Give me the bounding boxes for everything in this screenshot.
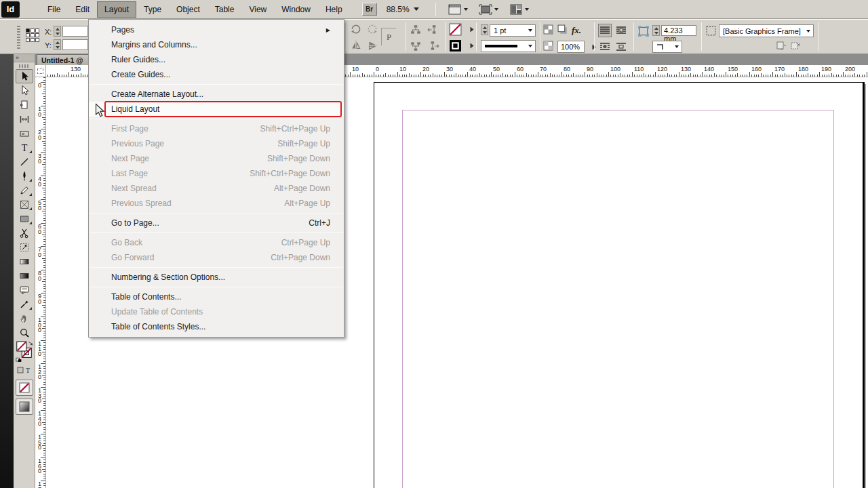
- ruler-tick: [43, 384, 45, 385]
- gradient-feather-tool[interactable]: [16, 268, 33, 283]
- ruler-label: 160: [751, 66, 762, 73]
- flow-left-icon[interactable]: [427, 24, 439, 36]
- chevron-down-icon: [806, 30, 810, 33]
- corner-radius-field[interactable]: 4.233 mm: [661, 25, 696, 36]
- apply-gradient-button[interactable]: [14, 399, 35, 415]
- fill-stroke-swatches[interactable]: [14, 340, 35, 365]
- effects-fx-button[interactable]: fx.: [572, 25, 581, 36]
- stroke-weight-combo[interactable]: 1 pt: [490, 24, 536, 37]
- rotate-cw-icon[interactable]: [350, 23, 362, 35]
- menu-item-table-of-contents[interactable]: Table of Contents...: [89, 289, 344, 304]
- flip-horizontal-icon[interactable]: [350, 39, 362, 52]
- screen-mode-button[interactable]: [479, 3, 498, 16]
- ruler-tick: [554, 75, 555, 77]
- menu-help[interactable]: Help: [318, 1, 350, 18]
- corner-shape-combo[interactable]: [652, 41, 682, 53]
- menu-layout[interactable]: Layout: [97, 1, 136, 18]
- zoom-tool[interactable]: [16, 325, 33, 340]
- menu-edit[interactable]: Edit: [68, 1, 97, 18]
- collapse-panel-button[interactable]: »: [14, 54, 35, 62]
- opacity-checker-icon[interactable]: [543, 41, 553, 51]
- chevron-right-icon[interactable]: [471, 43, 474, 49]
- line-tool[interactable]: [16, 155, 33, 169]
- view-options-button[interactable]: [448, 3, 468, 16]
- jump-object-button[interactable]: [614, 40, 628, 54]
- flow-up-icon[interactable]: [410, 24, 422, 36]
- arrange-documents-button[interactable]: [509, 3, 529, 16]
- hand-tool[interactable]: [16, 311, 33, 325]
- menu-file[interactable]: File: [40, 1, 68, 18]
- y-field[interactable]: [62, 39, 88, 50]
- corner-stepper[interactable]: [652, 25, 660, 36]
- pen-tool[interactable]: [16, 169, 33, 183]
- menu-object[interactable]: Object: [169, 1, 208, 18]
- wrap-around-object-shape-button[interactable]: [598, 40, 612, 54]
- fill-swatch-black[interactable]: [449, 39, 462, 52]
- note-tool[interactable]: [16, 283, 33, 297]
- gradient-swatch-tool[interactable]: [16, 254, 33, 268]
- chevron-down-icon: [528, 45, 532, 47]
- rectangle-tool[interactable]: [16, 211, 33, 226]
- stroke-style-combo[interactable]: [481, 40, 536, 52]
- opacity-field[interactable]: 100%: [557, 41, 585, 53]
- menu-window[interactable]: Window: [274, 1, 318, 18]
- chevron-right-icon[interactable]: [471, 27, 474, 33]
- stroke-swatch-none[interactable]: [449, 23, 462, 36]
- object-style-combo[interactable]: [Basic Graphics Frame]: [719, 24, 814, 37]
- panel-drag-handle[interactable]: [19, 64, 30, 68]
- menu-item-pages[interactable]: Pages▶: [89, 22, 344, 37]
- transparency-icon[interactable]: [543, 24, 553, 35]
- menu-item-create-guides[interactable]: Create Guides...: [89, 67, 344, 82]
- no-text-wrap-button[interactable]: [598, 24, 612, 37]
- bridge-button[interactable]: Br: [362, 3, 377, 16]
- menu-item-liquid-layout[interactable]: Liquid Layout: [89, 102, 344, 117]
- document-tab[interactable]: Untitled-1 @: [37, 54, 95, 65]
- select-container-icon[interactable]: P: [381, 28, 396, 45]
- reference-point-proxy[interactable]: [26, 28, 39, 42]
- content-collector-tool[interactable]: [16, 126, 33, 140]
- flow-right-icon[interactable]: [427, 40, 439, 52]
- break-link-to-style-icon[interactable]: [791, 41, 801, 50]
- menu-table[interactable]: Table: [208, 1, 242, 18]
- corner-options-icon[interactable]: [637, 25, 650, 37]
- rectangle-frame-tool[interactable]: [16, 197, 33, 211]
- stroke-weight-stepper[interactable]: [481, 24, 488, 35]
- vertical-ruler[interactable]: 01 02 03 04 05 06 07 08 09 01 0 01 1 01 …: [35, 77, 46, 488]
- object-style-icon[interactable]: [705, 25, 717, 37]
- menu-item-create-alternate-layout[interactable]: Create Alternate Layout...: [89, 87, 344, 102]
- apply-none-button[interactable]: [14, 380, 35, 396]
- free-transform-tool[interactable]: [16, 240, 33, 254]
- menu-item-table-of-contents-styles[interactable]: Table of Contents Styles...: [89, 319, 344, 334]
- ruler-tick: [857, 75, 858, 77]
- menu-item-margins-and-columns[interactable]: Margins and Columns...: [89, 37, 344, 52]
- ruler-tick: [64, 75, 64, 77]
- menu-type[interactable]: Type: [136, 1, 169, 18]
- type-tool[interactable]: T: [16, 140, 33, 155]
- drop-shadow-icon[interactable]: [557, 24, 568, 35]
- ruler-origin-box[interactable]: [35, 65, 46, 77]
- scissors-tool[interactable]: [16, 226, 33, 240]
- x-field[interactable]: [62, 26, 88, 37]
- formatting-affects-toggle[interactable]: T: [14, 365, 35, 378]
- y-stepper[interactable]: [54, 39, 61, 50]
- eyedropper-tool[interactable]: [16, 297, 33, 311]
- wrap-around-bounding-box-button[interactable]: [614, 24, 628, 37]
- panel-drag-handle[interactable]: [17, 26, 20, 49]
- menu-item-numbering-section-options[interactable]: Numbering & Section Options...: [89, 270, 344, 285]
- zoom-level-control[interactable]: 88.5%: [387, 5, 419, 14]
- x-stepper[interactable]: [54, 26, 61, 37]
- pencil-tool[interactable]: [16, 183, 33, 197]
- flow-down-icon[interactable]: [410, 40, 422, 52]
- flip-vertical-icon[interactable]: [366, 39, 378, 52]
- direct-selection-tool[interactable]: [16, 83, 33, 98]
- gap-tool[interactable]: [16, 112, 33, 126]
- clear-overrides-icon[interactable]: [776, 41, 786, 50]
- ruler-tick: [43, 415, 45, 415]
- rotate-ccw-icon[interactable]: [366, 23, 378, 35]
- menu-view[interactable]: View: [241, 1, 274, 18]
- menu-item-go-to-page[interactable]: Go to Page...Ctrl+J: [89, 216, 344, 230]
- ruler-tick: [454, 75, 454, 77]
- selection-tool[interactable]: [16, 69, 33, 83]
- page-tool[interactable]: [16, 98, 33, 112]
- menu-item-ruler-guides[interactable]: Ruler Guides...: [89, 52, 344, 67]
